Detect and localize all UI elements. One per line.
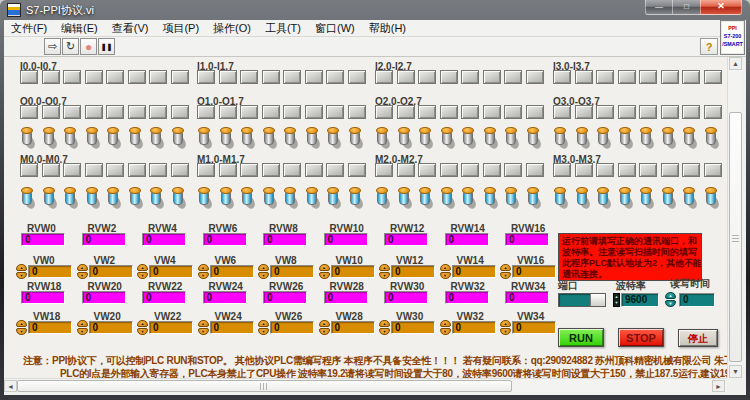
memory-toggle-switch[interactable]	[504, 187, 519, 210]
menu-item[interactable]: 工具(T)	[258, 20, 308, 36]
increment-button[interactable]: ▲	[77, 264, 88, 271]
maximize-button[interactable]: □	[673, 0, 700, 15]
output-toggle-switch[interactable]	[42, 127, 57, 150]
output-toggle-switch[interactable]	[85, 127, 100, 150]
run-button[interactable]: ⇨	[44, 38, 61, 55]
output-toggle-switch[interactable]	[618, 127, 633, 150]
increment-button[interactable]: ▲	[500, 264, 511, 271]
input-led-indicator[interactable]	[128, 70, 146, 84]
output-led-indicator[interactable]	[197, 105, 215, 119]
decrement-button[interactable]: ▼	[500, 328, 511, 335]
input-led-indicator[interactable]	[85, 70, 103, 84]
memory-led-indicator[interactable]	[305, 163, 323, 177]
increment-button[interactable]: ▲	[319, 264, 330, 271]
write-word-field[interactable]: 0	[89, 321, 133, 334]
memory-toggle-switch[interactable]	[596, 187, 611, 210]
output-toggle-switch[interactable]	[106, 127, 121, 150]
input-led-indicator[interactable]	[326, 70, 344, 84]
decrement-button[interactable]: ▼	[440, 328, 451, 335]
increment-button[interactable]: ▲	[198, 264, 209, 271]
horizontal-scroll-thumb[interactable]	[17, 380, 512, 392]
output-led-indicator[interactable]	[704, 105, 722, 119]
baud-spinner[interactable]: ▲▼	[613, 293, 620, 307]
decrement-button[interactable]: ▼	[198, 272, 209, 279]
output-toggle-switch[interactable]	[461, 127, 476, 150]
port-selector[interactable]	[558, 293, 606, 307]
input-led-indicator[interactable]	[63, 70, 81, 84]
memory-led-indicator[interactable]	[639, 163, 657, 177]
input-led-indicator[interactable]	[42, 70, 60, 84]
write-word-field[interactable]: 0	[512, 265, 556, 278]
input-led-indicator[interactable]	[348, 70, 366, 84]
input-led-indicator[interactable]	[149, 70, 167, 84]
abort-button[interactable]: ●	[80, 38, 97, 55]
memory-toggle-switch[interactable]	[553, 187, 568, 210]
memory-toggle-switch[interactable]	[128, 187, 143, 210]
output-led-indicator[interactable]	[326, 105, 344, 119]
memory-toggle-switch[interactable]	[618, 187, 633, 210]
memory-led-indicator[interactable]	[197, 163, 215, 177]
memory-toggle-switch[interactable]	[575, 187, 590, 210]
input-led-indicator[interactable]	[106, 70, 124, 84]
memory-toggle-switch[interactable]	[219, 187, 234, 210]
input-led-indicator[interactable]	[219, 70, 237, 84]
menu-item[interactable]: 操作(O)	[206, 20, 258, 36]
input-led-indicator[interactable]	[171, 70, 189, 84]
output-led-indicator[interactable]	[85, 105, 103, 119]
memory-led-indicator[interactable]	[326, 163, 344, 177]
output-led-indicator[interactable]	[483, 105, 501, 119]
decrement-button[interactable]: ▼	[379, 328, 390, 335]
horizontal-scrollbar[interactable]: ◄ ►	[4, 378, 727, 392]
output-toggle-switch[interactable]	[704, 127, 719, 150]
output-led-indicator[interactable]	[219, 105, 237, 119]
menu-item[interactable]: 文件(F)	[4, 20, 54, 36]
memory-toggle-switch[interactable]	[42, 187, 57, 210]
menu-item[interactable]: 项目(P)	[155, 20, 206, 36]
output-toggle-switch[interactable]	[262, 127, 277, 150]
write-word-field[interactable]: 0	[270, 321, 314, 334]
increment-button[interactable]: ▲	[198, 320, 209, 327]
increment-button[interactable]: ▲	[77, 320, 88, 327]
decrement-button[interactable]: ▼	[16, 272, 27, 279]
decrement-button[interactable]: ▼	[77, 272, 88, 279]
context-help-button[interactable]: ?	[700, 38, 718, 55]
write-word-field[interactable]: 0	[149, 265, 193, 278]
input-led-indicator[interactable]	[618, 70, 636, 84]
increment-button[interactable]: ▲	[440, 264, 451, 271]
output-led-indicator[interactable]	[375, 105, 393, 119]
memory-toggle-switch[interactable]	[661, 187, 676, 210]
memory-toggle-switch[interactable]	[704, 187, 719, 210]
output-toggle-switch[interactable]	[149, 127, 164, 150]
input-led-indicator[interactable]	[461, 70, 479, 84]
memory-led-indicator[interactable]	[262, 163, 280, 177]
memory-led-indicator[interactable]	[704, 163, 722, 177]
output-toggle-switch[interactable]	[682, 127, 697, 150]
output-led-indicator[interactable]	[106, 105, 124, 119]
write-word-field[interactable]: 0	[512, 321, 556, 334]
output-led-indicator[interactable]	[618, 105, 636, 119]
write-word-field[interactable]: 0	[391, 321, 435, 334]
memory-led-indicator[interactable]	[418, 163, 436, 177]
memory-toggle-switch[interactable]	[397, 187, 412, 210]
output-led-indicator[interactable]	[262, 105, 280, 119]
memory-toggle-switch[interactable]	[20, 187, 35, 210]
increment-button[interactable]: ▲	[16, 320, 27, 327]
output-led-indicator[interactable]	[526, 105, 544, 119]
decrement-button[interactable]: ▼	[137, 272, 148, 279]
memory-led-indicator[interactable]	[575, 163, 593, 177]
output-led-indicator[interactable]	[128, 105, 146, 119]
increment-button[interactable]: ▲	[258, 264, 269, 271]
memory-toggle-switch[interactable]	[171, 187, 186, 210]
decrement-button[interactable]: ▼	[258, 328, 269, 335]
run-continuous-button[interactable]: ↻	[62, 38, 79, 55]
output-toggle-switch[interactable]	[440, 127, 455, 150]
write-word-field[interactable]: 0	[28, 321, 72, 334]
memory-led-indicator[interactable]	[20, 163, 38, 177]
output-toggle-switch[interactable]	[171, 127, 186, 150]
memory-toggle-switch[interactable]	[106, 187, 121, 210]
input-led-indicator[interactable]	[262, 70, 280, 84]
titlebar[interactable]: S7-PPI协议.vi — □ ✕	[0, 0, 750, 20]
output-led-indicator[interactable]	[661, 105, 679, 119]
input-led-indicator[interactable]	[283, 70, 301, 84]
menu-item[interactable]: 窗口(W)	[308, 20, 362, 36]
